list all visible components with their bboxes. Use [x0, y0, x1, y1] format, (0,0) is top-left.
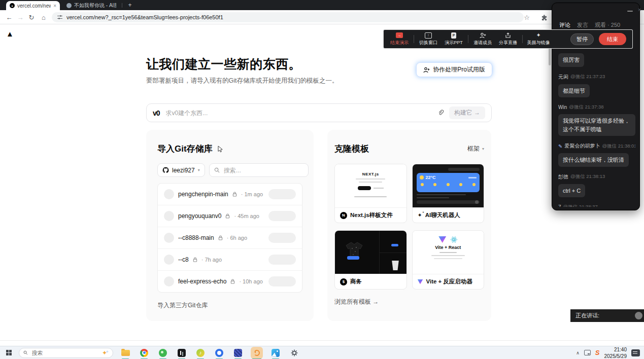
invite-members-button[interactable]: 邀请成员: [470, 32, 495, 46]
framework-filter[interactable]: 框架 ▾: [467, 145, 484, 153]
window-close-icon[interactable]: ×: [638, 7, 641, 13]
meeting-app-icon[interactable]: [251, 347, 263, 359]
git-import-section: 导入Git存储库 leezi927 ▾ pe: [146, 130, 314, 321]
repo-name: --c8: [178, 256, 189, 263]
beauty-mirror-button[interactable]: ✦ 美颜与镜像: [524, 32, 553, 46]
toolbar-separator: [468, 35, 468, 43]
taskbar-search[interactable]: ✦ ✧: [19, 348, 113, 358]
repo-row[interactable]: --c8 · 7h ago: [158, 248, 302, 270]
vercel-favicon: ▲: [10, 3, 15, 8]
end-presentation-button[interactable]: → 结束演示: [387, 32, 412, 46]
lock-icon: [232, 192, 237, 197]
tab-title: vercel.com/new?: [17, 3, 51, 9]
page-footer-divider: [0, 340, 644, 341]
new-tab-button[interactable]: +: [126, 1, 134, 9]
share-live-button[interactable]: 分享直播: [495, 32, 521, 46]
present-ppt-button[interactable]: P 演示PPT: [441, 32, 466, 46]
extensions-puzzle-icon[interactable]: [539, 11, 549, 25]
start-button[interactable]: [6, 350, 12, 355]
ime-icon[interactable]: [584, 350, 591, 355]
back-icon[interactable]: ←: [4, 10, 14, 24]
music-app-icon[interactable]: ♪: [194, 347, 207, 359]
sun-icon: [420, 175, 424, 180]
template-card-vite-react[interactable]: Vite + React Vite + 反应启动器: [412, 230, 485, 290]
browse-all-templates-link[interactable]: 浏览所有模板 →: [334, 298, 484, 306]
paperclip-icon[interactable]: [437, 110, 444, 116]
comment-bubble: 都是细节: [558, 84, 590, 98]
import-button-skeleton[interactable]: [268, 211, 296, 221]
comment-author: 元闳 @微信 21:37:23: [558, 74, 635, 81]
template-card-commerce[interactable]: $ 商务: [334, 230, 407, 290]
sun-icon: [433, 183, 436, 186]
repo-row[interactable]: --c8888-main · 6h ago: [158, 227, 302, 248]
v0-prompt-input[interactable]: [165, 109, 432, 117]
repo-row[interactable]: feel-express-echo · 10h ago: [158, 270, 302, 292]
settings-gear-icon[interactable]: [288, 347, 300, 359]
presenting-icon: →: [396, 32, 403, 38]
tab-vercel[interactable]: ▲ vercel.com/new? ×: [6, 1, 60, 10]
tab-ai-friend[interactable]: 不如我帮你说 - AI朋友: [63, 1, 120, 10]
chat-bubble: [448, 168, 480, 171]
file-explorer-icon[interactable]: [119, 347, 131, 359]
green-app-icon[interactable]: [157, 347, 169, 359]
tab-close-icon[interactable]: ×: [53, 3, 56, 9]
person-plus-icon: [480, 32, 486, 39]
comment-bubble: 很厉害: [558, 53, 584, 67]
url-bar[interactable]: vercel.com/new?_rsc=1ye56&teamSlug=lees-…: [52, 12, 524, 22]
bookmark-star-icon[interactable]: ☆: [522, 10, 532, 24]
speaker-avatar: [635, 312, 642, 319]
pause-button[interactable]: 暂停: [570, 33, 594, 45]
template-card-ai-chatbot[interactable]: 22°C: [412, 164, 485, 223]
chip: [468, 177, 477, 178]
repo-row[interactable]: pengyouquanv0 · 45m ago: [158, 205, 302, 227]
clock-date: 2025/5/29: [604, 353, 627, 359]
git-import-controls: leezi927 ▾: [157, 163, 302, 177]
repo-row[interactable]: pengchenpin-main · 1m ago: [158, 184, 302, 205]
template-footer: Vite + 反应启动器: [413, 274, 484, 289]
photos-app-icon[interactable]: [269, 347, 282, 359]
send-button-dot: [475, 200, 479, 204]
repo-avatar: [164, 276, 174, 286]
switch-window-button[interactable]: ↑ 切换窗口: [416, 32, 441, 46]
taskbar: ✦ ✧ ♪ ∧ S 21:40: [0, 346, 644, 359]
import-button-skeleton[interactable]: [268, 255, 296, 265]
comment-author: Win @微信 21:37:38: [558, 104, 635, 111]
temperature: 22°C: [426, 175, 436, 180]
copilot-icon[interactable]: ✦ ✧: [102, 350, 109, 356]
black-app-icon[interactable]: [176, 347, 188, 359]
home-icon[interactable]: ⌂: [39, 10, 49, 24]
import-button-skeleton[interactable]: [268, 276, 296, 286]
comment-author: ✎ 爱聚会的胡萝卜 @微信 21:38:01: [558, 142, 635, 150]
minimize-icon[interactable]: [627, 11, 633, 12]
cup-graphic: [391, 261, 400, 270]
import-button-skeleton[interactable]: [268, 233, 296, 243]
refresh-icon[interactable]: ↻: [26, 10, 37, 24]
page-scrollbar-thumb[interactable]: [549, 48, 551, 65]
end-button[interactable]: 结束: [599, 33, 626, 45]
skeleton-line: [417, 194, 466, 195]
repo-search-input[interactable]: [223, 166, 303, 174]
sogou-input-icon[interactable]: S: [595, 349, 600, 356]
chrome-icon[interactable]: [138, 347, 150, 359]
import-button-skeleton[interactable]: [268, 189, 296, 199]
taskbar-search-input[interactable]: [31, 349, 99, 356]
puzzle-icon: [541, 15, 548, 21]
template-label: Next.js样板文件: [350, 211, 393, 219]
vercel-logo-icon: ▲: [6, 29, 14, 38]
blue-ring-app-icon[interactable]: [213, 347, 225, 359]
template-card-nextjs[interactable]: NEXT.js N Next.js样板文件: [334, 164, 407, 223]
build-it-button[interactable]: 构建它 →: [449, 106, 485, 119]
git-account-select[interactable]: leezi927 ▾: [157, 163, 205, 177]
pro-trial-button[interactable]: 协作处理Pro试用版: [416, 62, 492, 77]
notifications-icon[interactable]: [631, 349, 640, 356]
third-party-git-link[interactable]: 导入第三方Git仓库: [157, 301, 302, 310]
comments-list[interactable]: 很厉害 元闳 @微信 21:37:23 都是细节 Win @微信 21:37:3…: [558, 50, 635, 207]
forward-icon[interactable]: →: [15, 10, 25, 24]
templates-header: 克隆模板 框架 ▾: [334, 143, 484, 155]
tab-separator: [122, 3, 122, 8]
sun-icon: [447, 183, 450, 186]
taskbar-clock[interactable]: 21:40 2025/5/29: [604, 346, 627, 359]
search-icon: [23, 350, 28, 355]
tray-chevron-icon[interactable]: ∧: [576, 350, 580, 355]
dark-blue-app-icon[interactable]: [232, 347, 244, 359]
